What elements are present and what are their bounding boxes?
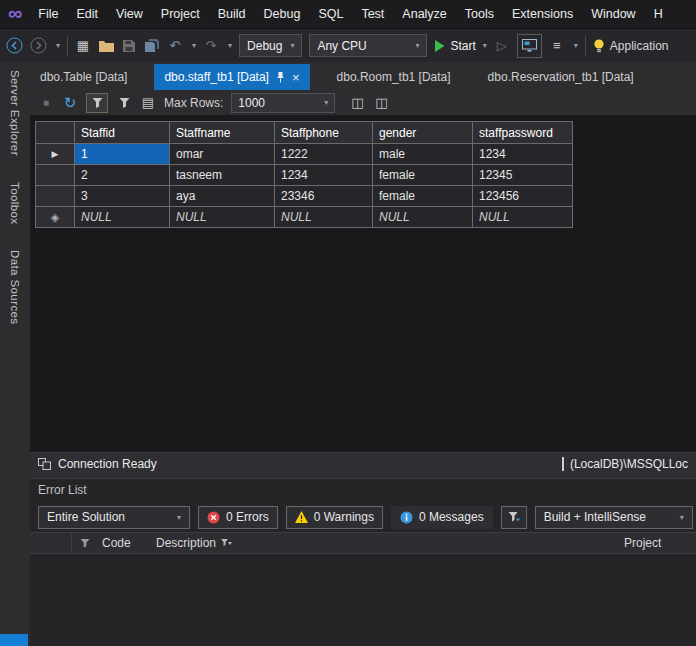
- grid-cell[interactable]: tasneem: [170, 165, 275, 186]
- script-icon[interactable]: ▤: [140, 92, 156, 114]
- menu-item-tools[interactable]: Tools: [456, 0, 503, 28]
- grid-cell[interactable]: NULL: [170, 207, 275, 228]
- menu-item-file[interactable]: File: [29, 0, 67, 28]
- grid-cell[interactable]: 1234: [473, 144, 573, 165]
- menu-item-window[interactable]: Window: [582, 0, 644, 28]
- sidebar-item-server-explorer[interactable]: Server Explorer: [9, 70, 21, 156]
- solution-configuration-dropdown[interactable]: Debug ▾: [239, 34, 302, 57]
- grid-cell[interactable]: omar: [170, 144, 275, 165]
- tab-dbo-room-tb1-data[interactable]: dbo.Room_tb1 [Data]: [327, 64, 461, 90]
- tab-dbo-staff-tb1-data[interactable]: dbo.staff_tb1 [Data] ×: [154, 64, 309, 90]
- redo-dropdown-icon[interactable]: ▾: [228, 41, 232, 50]
- column-header-staffpassword[interactable]: staffpassword: [473, 121, 573, 144]
- save-all-icon[interactable]: [144, 35, 160, 57]
- grid-cell[interactable]: 1234: [275, 165, 373, 186]
- row-selector-header[interactable]: [35, 121, 75, 144]
- grid-cell[interactable]: aya: [170, 186, 275, 207]
- menu-item-view[interactable]: View: [107, 0, 152, 28]
- solution-platform-dropdown[interactable]: Any CPU ▾: [309, 34, 427, 57]
- grid-cell[interactable]: male: [373, 144, 473, 165]
- grid-cell[interactable]: NULL: [473, 207, 573, 228]
- application-frame-button[interactable]: [517, 34, 542, 58]
- save-icon[interactable]: [121, 35, 137, 57]
- tab-dbo-table-data[interactable]: dbo.Table [Data]: [30, 64, 137, 90]
- grid-cell[interactable]: 1222: [275, 144, 373, 165]
- row-selector[interactable]: [35, 186, 75, 207]
- grid-cell[interactable]: 23346: [275, 186, 373, 207]
- toolbar-separator: [585, 36, 586, 56]
- code-column-header[interactable]: Code: [98, 536, 156, 550]
- navigate-back-icon[interactable]: [6, 35, 23, 57]
- menu-bar: ∞ File Edit View Project Build Debug SQL…: [0, 0, 696, 28]
- grid-header-row: Staffid Staffname Staffphone gender staf…: [35, 121, 696, 144]
- stop-query-icon[interactable]: ■: [38, 92, 54, 114]
- filter-icon[interactable]: [116, 92, 132, 114]
- severity-column-header[interactable]: [30, 533, 72, 553]
- undo-dropdown-icon[interactable]: ▾: [192, 41, 196, 50]
- row-selector[interactable]: ▶: [35, 144, 75, 165]
- undo-icon[interactable]: ↶: [167, 35, 183, 57]
- script-pane-icon[interactable]: ◫: [349, 92, 365, 114]
- filter-settings-button[interactable]: [501, 506, 527, 529]
- messages-filter-button[interactable]: 0 Messages: [391, 506, 493, 529]
- max-rows-dropdown[interactable]: 1000 ▾: [231, 93, 335, 113]
- grid-cell[interactable]: NULL: [75, 207, 170, 228]
- menu-item-help[interactable]: H: [645, 0, 672, 28]
- filter-toggle-button[interactable]: [86, 93, 108, 113]
- menu-item-analyze[interactable]: Analyze: [393, 0, 455, 28]
- script-file-pane-icon[interactable]: ◫: [373, 92, 389, 114]
- column-header-staffphone[interactable]: Staffphone: [275, 121, 373, 144]
- grid-cell[interactable]: 2: [75, 165, 170, 186]
- grid-cell-selected[interactable]: 1: [75, 144, 170, 165]
- error-list-body: [30, 554, 696, 646]
- column-header-gender[interactable]: gender: [373, 121, 473, 144]
- chevron-down-icon: ▾: [483, 41, 487, 50]
- grid-cell[interactable]: 3: [75, 186, 170, 207]
- new-row-icon: ◈: [51, 211, 59, 224]
- navigation-dropdown-icon[interactable]: ▾: [56, 41, 60, 50]
- column-header-staffname[interactable]: Staffname: [170, 121, 275, 144]
- pin-icon[interactable]: [276, 72, 285, 83]
- refresh-icon[interactable]: ↻: [62, 92, 78, 114]
- scope-dropdown[interactable]: Entire Solution ▾: [38, 506, 190, 529]
- data-grid-toolbar: ■ ↻ ▤ Max Rows: 1000 ▾ ◫ ◫: [30, 90, 696, 116]
- chevron-down-icon[interactable]: ▾: [574, 41, 578, 50]
- project-column-header[interactable]: Project: [624, 536, 696, 550]
- menu-item-edit[interactable]: Edit: [67, 0, 107, 28]
- menu-item-sql[interactable]: SQL: [309, 0, 352, 28]
- tab-dbo-reservation-tb1-data[interactable]: dbo.Reservation_tb1 [Data]: [478, 64, 644, 90]
- grid-cell[interactable]: 123456: [473, 186, 573, 207]
- severity-filter-icon[interactable]: [72, 533, 98, 553]
- connection-status-bar: Connection Ready (LocalDB)\MSSQLLoc: [30, 452, 696, 474]
- menu-item-debug[interactable]: Debug: [255, 0, 310, 28]
- redo-icon[interactable]: ↷: [203, 35, 219, 57]
- grid-cell[interactable]: 12345: [473, 165, 573, 186]
- step-commands-icon[interactable]: ≡: [549, 35, 565, 57]
- menu-item-extensions[interactable]: Extensions: [503, 0, 582, 28]
- row-selector[interactable]: [35, 165, 75, 186]
- menu-item-test[interactable]: Test: [352, 0, 393, 28]
- grid-cell[interactable]: female: [373, 186, 473, 207]
- editor-empty-area: [30, 228, 696, 452]
- grid-cell[interactable]: NULL: [275, 207, 373, 228]
- navigate-forward-icon[interactable]: [30, 35, 47, 57]
- start-debug-button[interactable]: Start ▾: [434, 39, 486, 53]
- grid-cell[interactable]: NULL: [373, 207, 473, 228]
- hot-reload-icon[interactable]: ▷: [494, 35, 510, 57]
- row-selector[interactable]: ◈: [35, 207, 75, 228]
- errors-filter-button[interactable]: 0 Errors: [198, 506, 278, 529]
- menu-item-project[interactable]: Project: [152, 0, 209, 28]
- sidebar-item-data-sources[interactable]: Data Sources: [9, 250, 21, 324]
- column-header-staffid[interactable]: Staffid: [75, 121, 170, 144]
- connection-status-text: Connection Ready: [58, 457, 157, 471]
- application-insights-button[interactable]: Application: [593, 39, 669, 53]
- close-icon[interactable]: ×: [292, 71, 300, 84]
- sidebar-item-toolbox[interactable]: Toolbox: [9, 182, 21, 224]
- menu-item-build[interactable]: Build: [209, 0, 255, 28]
- open-folder-icon[interactable]: [98, 35, 114, 57]
- source-dropdown[interactable]: Build + IntelliSense ▾: [535, 506, 693, 529]
- description-column-header[interactable]: Description: [156, 536, 624, 550]
- warnings-filter-button[interactable]: 0 Warnings: [286, 506, 383, 529]
- grid-cell[interactable]: female: [373, 165, 473, 186]
- new-project-icon[interactable]: ▦: [75, 35, 91, 57]
